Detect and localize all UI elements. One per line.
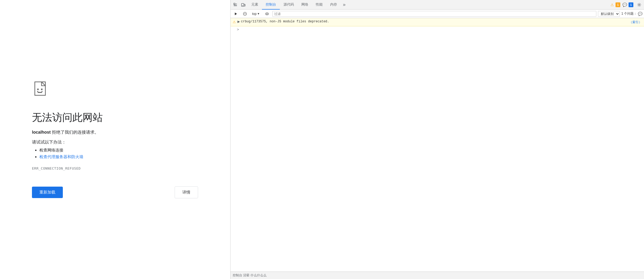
clear-btn[interactable] — [241, 11, 249, 17]
dropdown-arrow-icon: ▼ — [257, 12, 260, 15]
info-badge-container: 💬 1 — [622, 2, 633, 7]
warning-badge[interactable]: 1 — [616, 2, 620, 7]
tab-elements[interactable]: 元素 — [248, 0, 262, 10]
svg-rect-5 — [37, 91, 38, 92]
settings-icon-btn[interactable] — [635, 1, 643, 9]
more-tabs-btn[interactable]: » — [341, 0, 348, 10]
console-warning-message: crbug/1173575, non-JS module files depre… — [241, 20, 629, 23]
devtools-top-toolbar: 元素 控制台 源代码 网络 性能 内存 » ⚠ 1 — [231, 0, 644, 10]
console-chevron-row[interactable]: > — [231, 26, 644, 32]
issue-count: 1 个问题： 💬 — [621, 11, 642, 16]
info-badge[interactable]: 1 — [629, 2, 633, 7]
console-source-link[interactable]: （索引） — [629, 20, 642, 24]
svg-rect-2 — [37, 88, 39, 90]
devtools-tabs: 元素 控制台 源代码 网络 性能 内存 » — [248, 0, 610, 10]
tab-console[interactable]: 控制台 — [262, 0, 280, 10]
chevron-right-icon[interactable]: > — [237, 27, 239, 31]
details-button[interactable]: 详情 — [175, 186, 198, 198]
devtools-bottom-bar: 控制台 沼晕 什么什么么 — [231, 272, 644, 279]
clear-icon — [243, 12, 247, 16]
filter-input[interactable] — [272, 11, 596, 17]
svg-rect-4 — [38, 92, 42, 93]
run-icon — [234, 12, 238, 16]
svg-rect-7 — [234, 3, 235, 5]
svg-point-19 — [266, 13, 268, 14]
svg-rect-3 — [41, 88, 42, 90]
tab-memory[interactable]: 内存 — [326, 0, 341, 10]
message-icon: 💬 — [622, 3, 627, 7]
error-document-icon — [32, 81, 51, 100]
issue-icon[interactable]: 💬 — [638, 12, 642, 16]
bottom-bar-text: 控制台 沼晕 什么什么么 — [233, 273, 266, 278]
error-host: localhost — [32, 130, 51, 134]
console-warning-row[interactable]: ⚠ ▶ crbug/1173575, non-JS module files d… — [231, 18, 644, 26]
warning-triangle-icon: ⚠ — [233, 20, 236, 24]
error-page: 无法访问此网站 localhost 拒绝了我们的连接请求。 请试试以下办法： 检… — [0, 0, 230, 279]
error-code: ERR_CONNECTION_REFUSED — [32, 166, 81, 170]
log-level-dropdown[interactable]: 默认级别 — [598, 11, 620, 17]
tab-network[interactable]: 网络 — [298, 0, 312, 10]
inspector-icon — [233, 3, 237, 7]
svg-marker-15 — [235, 13, 237, 15]
button-row: 重新加载 详情 — [32, 186, 198, 198]
error-title: 无法访问此网站 — [32, 111, 103, 124]
device-toolbar-icon-btn[interactable] — [240, 1, 247, 9]
tab-sources[interactable]: 源代码 — [280, 0, 298, 10]
run-btn[interactable] — [232, 11, 240, 17]
suggestion-item-1: 检查网络连接 — [39, 148, 83, 153]
eye-icon — [265, 12, 269, 16]
error-subtitle: localhost 拒绝了我们的连接请求。 — [32, 130, 99, 135]
warning-icon: ⚠ — [610, 3, 614, 7]
suggestion-item-2[interactable]: 检查代理服务器和防火墙 — [39, 154, 83, 159]
context-dropdown[interactable]: top ▼ — [250, 11, 262, 17]
device-icon — [241, 3, 245, 7]
tab-performance[interactable]: 性能 — [312, 0, 326, 10]
expand-arrow-icon[interactable]: ▶ — [237, 20, 240, 23]
svg-line-1 — [42, 82, 45, 85]
proxy-firewall-link[interactable]: 检查代理服务器和防火墙 — [39, 154, 83, 159]
settings-icon — [637, 3, 641, 7]
svg-rect-6 — [42, 91, 43, 92]
devtools-panel: 元素 控制台 源代码 网络 性能 内存 » ⚠ 1 — [230, 0, 644, 279]
devtools-second-toolbar: top ▼ 默认级别 1 个问题： 💬 — [231, 10, 644, 18]
warning-badge-container: ⚠ 1 — [610, 2, 620, 7]
eye-btn[interactable] — [263, 11, 271, 17]
suggestions-list: 检查网络连接 检查代理服务器和防火墙 — [32, 148, 83, 161]
inspector-icon-btn[interactable] — [232, 1, 239, 9]
suggestions-title: 请试试以下办法： — [32, 140, 66, 145]
console-area: ⚠ ▶ crbug/1173575, non-JS module files d… — [231, 18, 644, 272]
svg-point-18 — [265, 13, 269, 15]
svg-rect-12 — [244, 4, 245, 6]
svg-point-14 — [639, 4, 640, 5]
svg-rect-11 — [241, 3, 244, 6]
reload-button[interactable]: 重新加载 — [32, 187, 63, 198]
